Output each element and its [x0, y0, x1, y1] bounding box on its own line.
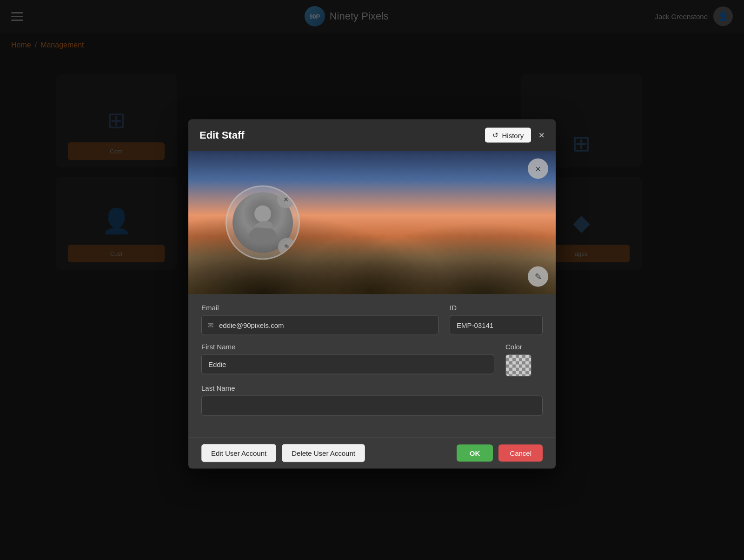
- form-row-lastname: Last Name: [201, 384, 543, 416]
- email-icon: ✉: [202, 321, 219, 330]
- modal-title: Edit Staff: [199, 129, 245, 141]
- avatar-edit-button[interactable]: ✎: [278, 238, 296, 256]
- ok-button[interactable]: OK: [457, 445, 493, 462]
- modal-body: × ✎ × ✎ Email: [188, 151, 556, 437]
- banner-remove-button[interactable]: ×: [528, 159, 548, 179]
- modal-header-actions: ↺ History ×: [485, 128, 545, 143]
- avatar-container: × ✎: [226, 186, 300, 260]
- avatar-ring: × ✎: [226, 186, 300, 260]
- id-label: ID: [450, 304, 543, 312]
- modal-header: Edit Staff ↺ History ×: [188, 120, 556, 151]
- color-label: Color: [505, 343, 543, 351]
- email-input[interactable]: [219, 316, 438, 335]
- firstname-input[interactable]: [201, 354, 494, 374]
- history-label: History: [502, 131, 524, 139]
- edit-user-account-button[interactable]: Edit User Account: [201, 444, 276, 462]
- lastname-group: Last Name: [201, 384, 543, 416]
- history-button[interactable]: ↺ History: [485, 128, 531, 143]
- svg-point-0: [254, 206, 271, 222]
- email-input-wrapper: ✉: [201, 315, 438, 335]
- color-group: Color: [505, 343, 543, 377]
- delete-user-account-button[interactable]: Delete User Account: [282, 444, 365, 462]
- history-icon: ↺: [492, 131, 498, 140]
- avatar-person-icon: [244, 202, 281, 244]
- svg-point-1: [249, 227, 277, 244]
- lastname-input[interactable]: [201, 396, 543, 416]
- form-section: Email ✉ ID First Name Col: [188, 294, 556, 428]
- form-row-email-id: Email ✉ ID: [201, 304, 543, 335]
- id-input[interactable]: [450, 315, 543, 335]
- id-group: ID: [450, 304, 543, 335]
- modal-close-button[interactable]: ×: [538, 130, 545, 140]
- firstname-group: First Name: [201, 343, 494, 377]
- lastname-label: Last Name: [201, 384, 543, 392]
- cancel-button[interactable]: Cancel: [498, 445, 543, 462]
- edit-staff-modal: Edit Staff ↺ History ×: [188, 120, 556, 469]
- footer-left-actions: Edit User Account Delete User Account: [201, 444, 365, 462]
- firstname-label: First Name: [201, 343, 494, 351]
- modal-footer: Edit User Account Delete User Account OK…: [188, 437, 556, 469]
- avatar-remove-button[interactable]: ×: [277, 191, 295, 208]
- form-row-firstname-color: First Name Color: [201, 343, 543, 377]
- banner-edit-button[interactable]: ✎: [528, 267, 548, 287]
- email-group: Email ✉: [201, 304, 438, 335]
- banner-area: × ✎ × ✎: [188, 151, 556, 294]
- email-label: Email: [201, 304, 438, 312]
- color-swatch[interactable]: [505, 354, 531, 377]
- footer-right-actions: OK Cancel: [457, 445, 543, 462]
